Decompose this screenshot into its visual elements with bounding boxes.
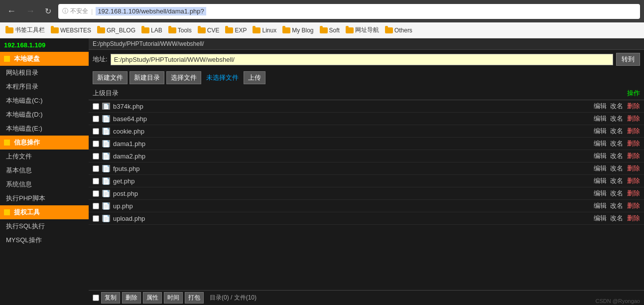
bookmark-exp[interactable]: EXP <box>224 26 248 34</box>
sidebar-item-upload-file[interactable]: 上传文件 <box>0 150 89 163</box>
select-all-checkbox[interactable] <box>93 295 99 301</box>
file-checkbox[interactable] <box>93 116 99 122</box>
file-name[interactable]: b374k.php <box>113 103 580 110</box>
delete-link[interactable]: 删除 <box>627 189 640 197</box>
bottom-info: 目录(0) / 文件(10) <box>210 294 257 302</box>
file-checkbox[interactable] <box>93 190 99 197</box>
file-name[interactable]: fputs.php <box>113 165 580 172</box>
rename-link[interactable]: 改名 <box>610 164 623 172</box>
delete-link[interactable]: 删除 <box>627 140 640 147</box>
edit-link[interactable]: 编辑 <box>594 127 607 135</box>
file-checkbox[interactable] <box>93 153 99 159</box>
delete-link[interactable]: 删除 <box>627 177 640 184</box>
file-name[interactable]: get.php <box>113 177 580 185</box>
upload-button[interactable]: 上传 <box>244 71 265 84</box>
file-name[interactable]: upload.php <box>113 215 580 222</box>
edit-link[interactable]: 编辑 <box>594 202 607 209</box>
delete-link[interactable]: 删除 <box>627 164 640 172</box>
new-dir-button[interactable]: 新建目录 <box>129 71 164 84</box>
bookmark-cve[interactable]: CVE <box>196 26 221 34</box>
sidebar-item-website-root[interactable]: 网站根目录 <box>0 66 89 80</box>
file-name[interactable]: dama1.php <box>113 140 580 148</box>
file-name[interactable]: cookie.php <box>113 128 580 135</box>
url-text[interactable]: 192.168.1.109/webshell/dama1.php? <box>96 7 206 15</box>
delete-link[interactable]: 删除 <box>627 127 640 135</box>
file-name[interactable]: dama2.php <box>113 152 580 160</box>
sidebar-section-info-ops[interactable]: 信息操作 <box>0 136 89 150</box>
sidebar-item-sys-info[interactable]: 系统信息 <box>0 177 89 191</box>
sidebar-item-disk-e[interactable]: 本地磁盘(E:) <box>0 122 89 136</box>
content-path-bar: E:/phpStudy/PHPTutorial/WWW/webshell/ <box>89 38 644 50</box>
forward-button[interactable]: → <box>23 5 38 17</box>
delete-link[interactable]: 删除 <box>627 202 640 209</box>
bookmark-websites[interactable]: WEBSITES <box>49 26 93 34</box>
pack-button[interactable]: 打包 <box>185 292 204 304</box>
file-name[interactable]: base64.php <box>113 115 580 123</box>
edit-link[interactable]: 编辑 <box>594 164 607 172</box>
delete-button[interactable]: 删除 <box>122 292 141 304</box>
edit-link[interactable]: 编辑 <box>594 177 607 184</box>
edit-link[interactable]: 编辑 <box>594 214 607 222</box>
sidebar-item-sql-exec[interactable]: 执行SQL执行 <box>0 219 89 233</box>
rename-link[interactable]: 改名 <box>610 127 623 135</box>
file-name[interactable]: up.php <box>113 202 580 210</box>
content-area: E:/phpStudy/PHPTutorial/WWW/webshell/ 地址… <box>89 38 644 305</box>
file-checkbox[interactable] <box>93 165 99 172</box>
edit-link[interactable]: 编辑 <box>594 102 607 110</box>
file-checkbox[interactable] <box>93 178 99 184</box>
file-checkbox[interactable] <box>93 203 99 209</box>
sidebar-section-priv-tools[interactable]: 提权工具 <box>0 205 89 219</box>
bookmark-myblog[interactable]: My Blog <box>281 26 315 34</box>
bookmark-others[interactable]: Others <box>384 26 414 34</box>
bookmark-linux[interactable]: Linux <box>251 26 278 34</box>
goto-button[interactable]: 转到 <box>616 53 640 66</box>
edit-link[interactable]: 编辑 <box>594 140 607 147</box>
rename-link[interactable]: 改名 <box>610 177 623 184</box>
bookmark-gr-blog[interactable]: GR_BLOG <box>96 26 137 34</box>
rename-link[interactable]: 改名 <box>610 189 623 197</box>
edit-link[interactable]: 编辑 <box>594 189 607 197</box>
table-row: 📄 dama2.php 编辑 改名 删除 <box>89 150 644 162</box>
choose-file-button[interactable]: 选择文件 <box>166 71 201 84</box>
bookmark-nav[interactable]: 网址导航 <box>344 25 381 35</box>
rename-link[interactable]: 改名 <box>610 102 623 110</box>
delete-link[interactable]: 删除 <box>627 115 640 122</box>
refresh-button[interactable]: ↻ <box>42 5 54 17</box>
bookmark-lab[interactable]: LAB <box>140 26 164 34</box>
sidebar-section-local-disk[interactable]: 本地硬盘 <box>0 52 89 66</box>
address-input[interactable] <box>111 54 613 65</box>
rename-link[interactable]: 改名 <box>610 214 623 222</box>
props-button[interactable]: 属性 <box>143 292 162 304</box>
bookmark-toolbar[interactable]: 书签工具栏 <box>4 25 46 35</box>
file-checkbox[interactable] <box>93 141 99 147</box>
sidebar-item-disk-c[interactable]: 本地磁盘(C:) <box>0 94 89 108</box>
rename-link[interactable]: 改名 <box>610 140 623 147</box>
bookmark-tools[interactable]: Tools <box>167 26 193 34</box>
edit-link[interactable]: 编辑 <box>594 152 607 159</box>
file-name[interactable]: post.php <box>113 190 580 197</box>
no-file-label: 未选择文件 <box>203 72 242 84</box>
delete-link[interactable]: 删除 <box>627 152 640 159</box>
edit-link[interactable]: 编辑 <box>594 115 607 122</box>
folder-icon <box>253 27 260 33</box>
new-file-button[interactable]: 新建文件 <box>93 71 128 84</box>
browser-address-bar[interactable]: ⓘ 不安全 | 192.168.1.109/webshell/dama1.php… <box>58 4 640 19</box>
rename-link[interactable]: 改名 <box>610 202 623 209</box>
rename-link[interactable]: 改名 <box>610 152 623 159</box>
time-button[interactable]: 时间 <box>164 292 183 304</box>
copy-button[interactable]: 复制 <box>101 292 120 304</box>
sidebar-item-php-exec[interactable]: 执行PHP脚本 <box>0 191 89 205</box>
rename-link[interactable]: 改名 <box>610 115 623 122</box>
sidebar-item-basic-info[interactable]: 基本信息 <box>0 163 89 177</box>
delete-link[interactable]: 删除 <box>627 214 640 222</box>
file-checkbox[interactable] <box>93 103 99 110</box>
bookmark-label: CVE <box>207 27 220 34</box>
file-checkbox[interactable] <box>93 128 99 135</box>
file-checkbox[interactable] <box>93 215 99 222</box>
sidebar-item-disk-d[interactable]: 本地磁盘(D:) <box>0 108 89 122</box>
bookmark-soft[interactable]: Soft <box>318 26 341 34</box>
back-button[interactable]: ← <box>4 5 19 17</box>
sidebar-item-mysql-ops[interactable]: MYSQL操作 <box>0 233 89 247</box>
delete-link[interactable]: 删除 <box>627 102 640 110</box>
sidebar-item-program-dir[interactable]: 本程序目录 <box>0 80 89 94</box>
